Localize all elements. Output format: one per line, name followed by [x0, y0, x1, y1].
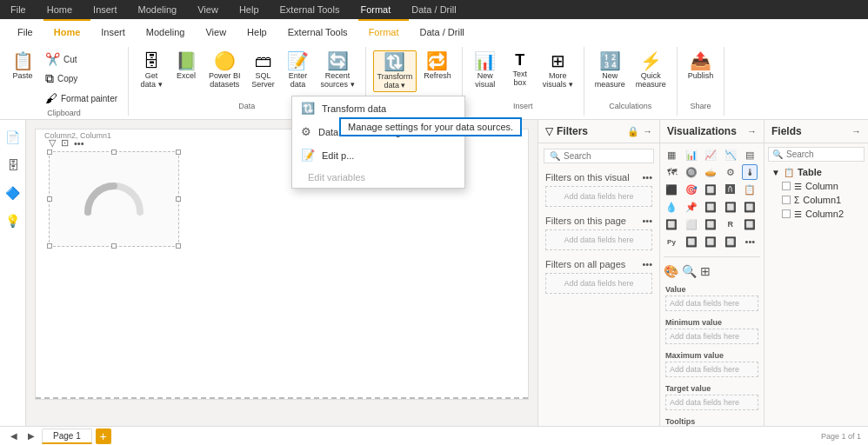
page-tab-1[interactable]: Page 1 — [42, 428, 92, 444]
menu-format[interactable]: Format — [357, 3, 394, 17]
filters-expand-icon[interactable]: → — [643, 126, 652, 137]
viz-card[interactable]: ⬛ — [664, 182, 679, 197]
filters-visual-more[interactable]: ••• — [642, 172, 652, 183]
target-value-drop[interactable]: Add data fields here — [665, 395, 758, 410]
more-options-icon[interactable]: ••• — [74, 138, 84, 149]
filters-lock-icon[interactable]: 🔒 — [627, 126, 639, 137]
canvas-visual-container[interactable]: ▽ ⊡ ••• — [49, 151, 179, 247]
viz-decomp-tree[interactable]: 🔲 — [664, 216, 679, 232]
get-data-button[interactable]: 🗄 Getdata ▾ — [136, 50, 167, 90]
viz-gauge[interactable]: 🌡 — [742, 164, 758, 180]
dropdown-edit-parameters[interactable]: 📝 Edit p... — [292, 143, 464, 167]
new-visual-button[interactable]: 📊 Newvisual — [470, 50, 501, 90]
menu-external-tools[interactable]: External Tools — [277, 3, 344, 17]
text-box-button[interactable]: T Textbox — [504, 50, 536, 89]
viz-table[interactable]: 📋 — [742, 182, 758, 197]
copy-button[interactable]: ⧉ Copy — [42, 70, 121, 88]
sql-server-button[interactable]: 🗃 SQLServer — [248, 50, 279, 90]
fields-expand-icon[interactable]: → — [851, 126, 861, 136]
viz-qa[interactable]: ⬜ — [684, 216, 699, 232]
tab-insert[interactable]: Insert — [90, 19, 136, 43]
tab-home[interactable]: Home — [43, 19, 91, 43]
recent-sources-button[interactable]: 🔄 Recentsources ▾ — [317, 50, 358, 90]
menu-help[interactable]: Help — [236, 3, 263, 17]
viz-map[interactable]: 🗺 — [664, 164, 679, 180]
refresh-button[interactable]: 🔁 Refresh — [420, 50, 455, 82]
viz-format-icon[interactable]: 🎨 — [664, 264, 678, 278]
viz-power-automate[interactable]: 🔲 — [703, 234, 718, 249]
fields-search-input[interactable] — [786, 149, 868, 159]
viz-line[interactable]: 📈 — [703, 147, 718, 163]
viz-analytics-icon[interactable]: 🔍 — [682, 264, 697, 278]
sidebar-extra-icon[interactable]: 💡 — [3, 210, 23, 231]
menu-insert[interactable]: Insert — [90, 3, 121, 17]
handle-tr[interactable] — [176, 149, 181, 155]
viz-slicer[interactable]: 🅰 — [723, 182, 738, 197]
min-value-drop[interactable]: Add data fields here — [665, 329, 758, 344]
viz-matrix[interactable]: 💧 — [664, 199, 679, 215]
value-drop[interactable]: Add data fields here — [665, 296, 758, 311]
cut-button[interactable]: ✂️ Cut — [42, 50, 121, 68]
viz-more[interactable]: 🔲 — [742, 216, 758, 232]
field-column1-item[interactable]: Σ Column1 — [765, 193, 868, 207]
tab-format[interactable]: Format — [358, 19, 410, 43]
field-column2-item[interactable]: ☰ Column2 — [765, 207, 868, 221]
focus-icon[interactable]: ⊡ — [61, 137, 69, 149]
sidebar-report-icon[interactable]: 📄 — [3, 127, 23, 148]
paste-button[interactable]: 📋 Paste — [7, 50, 38, 82]
viz-r-script[interactable]: R — [723, 216, 738, 232]
filters-page-drop[interactable]: Add data fields here — [545, 229, 652, 250]
field-column2-checkbox[interactable] — [782, 209, 791, 218]
powerbi-datasets-button[interactable]: 🟡 Power BIdatasets — [205, 50, 244, 90]
viz-donut[interactable]: 🔘 — [684, 164, 699, 180]
viz-expand-icon[interactable]: → — [747, 126, 757, 136]
menu-modeling[interactable]: Modeling — [135, 3, 181, 17]
viz-smart-narr[interactable]: 🔲 — [703, 216, 718, 232]
page-prev-btn[interactable]: ◀ — [7, 429, 21, 443]
sidebar-data-icon[interactable]: 🗄 — [3, 155, 23, 176]
format-painter-button[interactable]: 🖌 Format painter — [42, 90, 121, 107]
viz-py-script[interactable]: Py — [664, 234, 679, 249]
viz-bullet[interactable]: ••• — [742, 234, 758, 249]
tab-modeling[interactable]: Modeling — [136, 19, 196, 43]
viz-stacked-bar[interactable]: ▦ — [664, 147, 679, 163]
add-page-btn[interactable]: + — [96, 428, 111, 444]
viz-scatter[interactable]: ▤ — [742, 147, 758, 163]
menu-file[interactable]: File — [7, 3, 30, 17]
handle-ml[interactable] — [47, 196, 52, 202]
sidebar-model-icon[interactable]: 🔷 — [3, 183, 23, 203]
viz-field-well-icon[interactable]: ⊞ — [700, 264, 711, 278]
handle-br[interactable] — [176, 243, 181, 249]
filters-all-more[interactable]: ••• — [642, 259, 652, 269]
page-next-btn[interactable]: ▶ — [24, 429, 38, 443]
filters-visual-drop[interactable]: Add data fields here — [545, 186, 652, 207]
menu-home[interactable]: Home — [43, 3, 76, 17]
viz-anomaly[interactable]: 🔲 — [723, 234, 738, 249]
field-column1-checkbox[interactable] — [782, 196, 791, 204]
gauge-visual[interactable] — [49, 151, 179, 247]
viz-treemap[interactable]: 📌 — [684, 199, 699, 215]
viz-ribbon[interactable]: 🔲 — [742, 199, 758, 215]
viz-waterfall[interactable]: 🔲 — [703, 199, 718, 215]
viz-clustered-bar[interactable]: 📊 — [684, 147, 699, 163]
viz-pie[interactable]: 🥧 — [703, 164, 718, 180]
viz-multirow-card[interactable]: 🎯 — [684, 182, 699, 197]
handle-tc[interactable] — [111, 149, 117, 155]
menu-view[interactable]: View — [194, 3, 222, 17]
filters-page-more[interactable]: ••• — [642, 216, 652, 226]
field-table-item[interactable]: ▼ 📋 Table — [765, 165, 868, 179]
more-visuals-button[interactable]: ⊞ Morevisuals ▾ — [539, 50, 577, 90]
publish-button[interactable]: 📤 Publish — [684, 50, 718, 82]
handle-mr[interactable] — [176, 196, 181, 202]
tab-data-drill[interactable]: Data / Drill — [409, 19, 474, 43]
tab-external-tools[interactable]: External Tools — [277, 19, 358, 43]
handle-bc[interactable] — [111, 243, 117, 249]
field-column-checkbox[interactable] — [782, 182, 791, 190]
new-measure-button[interactable]: 🔢 Newmeasure — [591, 50, 629, 90]
dropdown-transform-data[interactable]: 🔃 Transform data — [292, 96, 464, 120]
filter-icon[interactable]: ▽ — [49, 137, 56, 149]
handle-bl[interactable] — [47, 243, 52, 249]
menu-data-drill[interactable]: Data / Drill — [408, 3, 459, 17]
viz-arcgis[interactable]: 🔲 — [684, 234, 699, 249]
tab-file[interactable]: File — [7, 19, 43, 43]
